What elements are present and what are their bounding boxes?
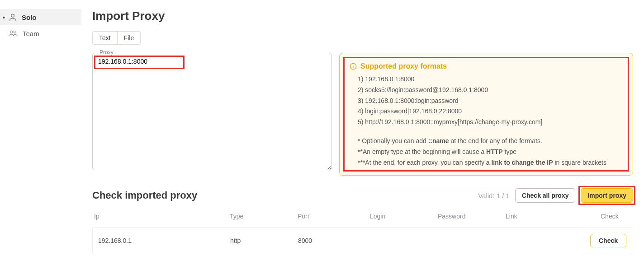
format-notes: * Optionally you can add ::name at the e… [350,136,623,168]
user-icon [8,13,17,22]
cell-type: http [230,237,298,244]
format-note: ***At the end, for each proxy, you can s… [358,158,623,168]
tab-file[interactable]: File [117,32,141,44]
sidebar-item-team[interactable]: Team [0,25,81,42]
col-password: Password [438,213,506,220]
sidebar-item-solo[interactable]: Solo [0,9,81,25]
proxy-table: Ip Type Port Login Password Link Check 1… [92,210,633,254]
table-header: Ip Type Port Login Password Link Check [92,210,633,227]
format-note: **An empty type at the beginning will ca… [358,147,623,158]
team-icon [8,29,18,38]
col-ip: Ip [94,213,230,220]
format-item: 4) login:password|192.168.0.22:8000 [358,106,623,117]
format-item: 1) 192.168.0.1:8000 [358,74,623,85]
format-item: 5) http://192.168.0.1:8000::myproxy[http… [358,117,623,128]
cell-port: 8000 [298,237,370,244]
input-mode-tabs: Text File [92,31,141,45]
svg-point-1 [10,31,13,33]
svg-point-0 [11,14,14,17]
check-all-proxy-button[interactable]: Check all proxy [515,188,576,203]
sidebar-item-label: Team [23,30,39,37]
svg-point-2 [14,31,16,33]
format-list: 1) 192.168.0.1:8000 2) socks5://login:pa… [350,74,623,128]
proxy-input[interactable] [92,53,332,170]
main-content: Import Proxy Text File Proxy Sup [81,0,644,260]
col-link: Link [506,213,573,220]
proxy-field-wrapper: Proxy [92,53,332,176]
col-port: Port [298,213,370,220]
tab-text[interactable]: Text [92,31,118,45]
col-login: Login [370,213,438,220]
valid-count: Valid: 1 / 1 [478,192,510,200]
sidebar: Solo Team [0,0,81,260]
check-header: Check imported proxy Valid: 1 / 1 Check … [92,188,633,203]
check-section-title: Check imported proxy [92,190,197,201]
col-check: Check [573,213,631,220]
proxy-field-label: Proxy [98,49,115,56]
check-row-button[interactable]: Check [590,234,626,247]
format-item: 3) 192.168.0.1:8000:login:password [358,96,623,107]
info-card-title: Supported proxy formats [360,62,447,70]
sidebar-item-label: Solo [22,14,37,21]
import-proxy-button[interactable]: Import proxy [581,188,633,203]
table-row: 192.168.0.1 http 8000 Check [92,227,633,254]
col-type: Type [230,213,298,220]
format-item: 2) socks5://login:password@192.168.0.1:8… [358,85,623,96]
cell-ip: 192.168.0.1 [95,237,230,244]
info-card-title-row: Supported proxy formats [350,62,623,70]
info-icon [350,63,357,70]
format-note: * Optionally you can add ::name at the e… [358,136,623,147]
page-title: Import Proxy [92,9,633,23]
supported-formats-card: Supported proxy formats 1) 192.168.0.1:8… [339,53,633,176]
